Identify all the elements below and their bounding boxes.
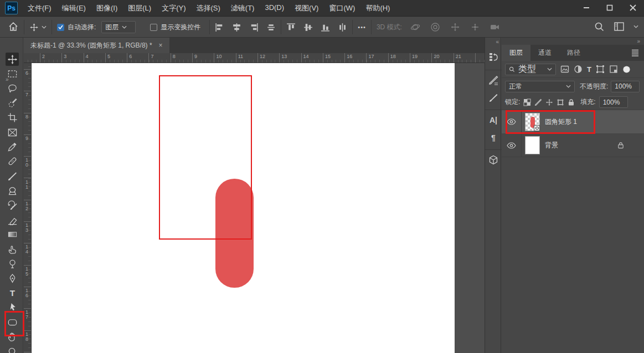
- chevron-down-icon[interactable]: [633, 25, 638, 28]
- minimize-icon[interactable]: [582, 3, 591, 12]
- tool-move[interactable]: [6, 53, 19, 66]
- tab-channels[interactable]: 通道: [530, 45, 559, 61]
- character-panel-icon[interactable]: A|: [487, 114, 499, 126]
- tool-clone-stamp[interactable]: [6, 184, 19, 198]
- align-right-icon[interactable]: [249, 23, 259, 32]
- layer-row-background[interactable]: 背景: [502, 134, 644, 157]
- tab-paths[interactable]: 路径: [559, 45, 588, 61]
- tab-layers[interactable]: 图层: [502, 45, 530, 61]
- menu-type[interactable]: 文字(Y): [162, 3, 186, 13]
- filter-toggle-icon[interactable]: [622, 65, 631, 74]
- tool-gradient[interactable]: [6, 228, 19, 241]
- tool-dodge[interactable]: [6, 257, 19, 271]
- align-bottom-icon[interactable]: [321, 23, 330, 32]
- type-layer-filter-icon[interactable]: T: [587, 65, 591, 74]
- document-tab-bar: 未标题-1 @ 33.3% (圆角矩形 1, RGB/8) * ×: [24, 38, 485, 53]
- pasteboard: [32, 63, 485, 353]
- brush-settings-panel-icon[interactable]: [487, 74, 499, 86]
- 3d-panel-icon[interactable]: [487, 154, 499, 166]
- menu-help[interactable]: 帮助(H): [365, 3, 390, 13]
- maximize-icon[interactable]: [605, 3, 614, 12]
- gradient-icon: [7, 229, 18, 240]
- distribute-h-icon[interactable]: [266, 23, 276, 32]
- layer-name[interactable]: 背景: [545, 141, 558, 150]
- menu-file[interactable]: 文件(F): [28, 3, 51, 13]
- annotation-canvas-region: [159, 75, 252, 240]
- lock-all-icon[interactable]: [568, 98, 575, 106]
- 3d-camera-icon: [490, 22, 501, 33]
- tool-eyedropper[interactable]: [6, 140, 19, 153]
- tab-close-icon[interactable]: ×: [159, 41, 163, 49]
- brush-panel-icon[interactable]: [487, 92, 499, 104]
- workspace-switcher-icon[interactable]: [614, 21, 625, 32]
- paragraph-panel-icon[interactable]: ¶: [487, 132, 499, 144]
- menu-filter[interactable]: 滤镜(T): [231, 3, 255, 13]
- pixel-layer-filter-icon[interactable]: [560, 65, 569, 74]
- menu-window[interactable]: 窗口(W): [329, 3, 355, 13]
- brush-icon: [7, 171, 18, 181]
- eraser-icon: [7, 215, 18, 225]
- menu-view[interactable]: 视图(V): [295, 3, 318, 13]
- tool-quick-selection[interactable]: [6, 96, 19, 110]
- show-transform-checkbox[interactable]: [150, 24, 157, 31]
- search-icon[interactable]: [594, 21, 605, 32]
- home-icon[interactable]: [8, 21, 19, 34]
- move-tool-preset-icon[interactable]: [29, 23, 47, 32]
- auto-select-target-dropdown[interactable]: 图层: [101, 21, 136, 33]
- panel-menu-icon[interactable]: [631, 49, 640, 56]
- auto-select-checkbox[interactable]: [57, 24, 64, 31]
- align-center-h-icon[interactable]: [232, 23, 241, 32]
- tool-zoom[interactable]: [6, 345, 19, 353]
- lock-position-icon[interactable]: [545, 98, 553, 106]
- tool-type[interactable]: T: [6, 286, 19, 299]
- 3d-slide-icon: [470, 22, 481, 33]
- distribute-v-icon[interactable]: [338, 23, 347, 32]
- more-options-button[interactable]: •••: [358, 24, 366, 30]
- clone-stamp-icon: [7, 185, 18, 196]
- menu-edit[interactable]: 编辑(E): [62, 3, 86, 13]
- menu-image[interactable]: 图像(I): [96, 3, 117, 13]
- lock-pixels-icon[interactable]: [534, 98, 542, 106]
- opacity-label: 不透明度:: [580, 82, 608, 91]
- lock-transparency-icon[interactable]: [523, 98, 531, 106]
- layer-thumbnail[interactable]: [525, 136, 540, 154]
- zoom-icon: [7, 346, 18, 353]
- document-tab[interactable]: 未标题-1 @ 33.3% (圆角矩形 1, RGB/8) * ×: [24, 38, 169, 53]
- layer-filter-dropdown[interactable]: 类型: [505, 64, 556, 75]
- menu-layer[interactable]: 图层(L): [128, 3, 151, 13]
- ruler-tick: 11: [238, 54, 243, 59]
- search-icon: [509, 66, 515, 72]
- ruler-tick: 12: [260, 54, 265, 59]
- menu-select[interactable]: 选择(S): [196, 3, 220, 13]
- opacity-dropdown[interactable]: 100%: [611, 81, 640, 92]
- adjustment-layer-filter-icon[interactable]: [574, 65, 583, 74]
- align-top-icon[interactable]: [286, 23, 296, 32]
- ruler-tick: 18: [390, 54, 396, 59]
- background-lock-icon[interactable]: [617, 142, 624, 149]
- move-icon: [7, 54, 18, 65]
- align-middle-icon[interactable]: [303, 23, 313, 32]
- tool-history-brush[interactable]: [6, 199, 19, 212]
- align-left-icon[interactable]: [215, 23, 224, 32]
- tool-rectangular-marquee[interactable]: [6, 67, 19, 80]
- menu-3d[interactable]: 3D(D): [265, 3, 284, 13]
- dock-expand-icon[interactable]: «: [496, 39, 498, 45]
- blend-mode-dropdown[interactable]: 正常: [505, 81, 575, 92]
- tool-frame[interactable]: [6, 126, 19, 139]
- tool-crop[interactable]: [6, 111, 19, 124]
- smart-object-filter-icon[interactable]: [609, 65, 618, 74]
- tool-lasso[interactable]: [6, 82, 19, 95]
- panel-collapse-icon[interactable]: »: [637, 38, 640, 44]
- menu-items: 文件(F) 编辑(E) 图像(I) 图层(L) 文字(Y) 选择(S) 滤镜(T…: [28, 3, 390, 13]
- shape-layer-filter-icon[interactable]: [596, 65, 605, 74]
- layer-visibility-toggle[interactable]: [502, 134, 522, 157]
- tool-smudge[interactable]: [6, 242, 19, 256]
- tool-eraser[interactable]: [6, 213, 19, 226]
- close-icon[interactable]: [628, 3, 637, 12]
- lock-artboard-icon[interactable]: [557, 98, 564, 106]
- tool-brush[interactable]: [6, 169, 19, 183]
- tool-pen[interactable]: [6, 272, 19, 285]
- history-panel-icon[interactable]: [487, 51, 499, 63]
- fill-dropdown[interactable]: 100%: [599, 96, 628, 108]
- tool-spot-healing[interactable]: [6, 155, 19, 168]
